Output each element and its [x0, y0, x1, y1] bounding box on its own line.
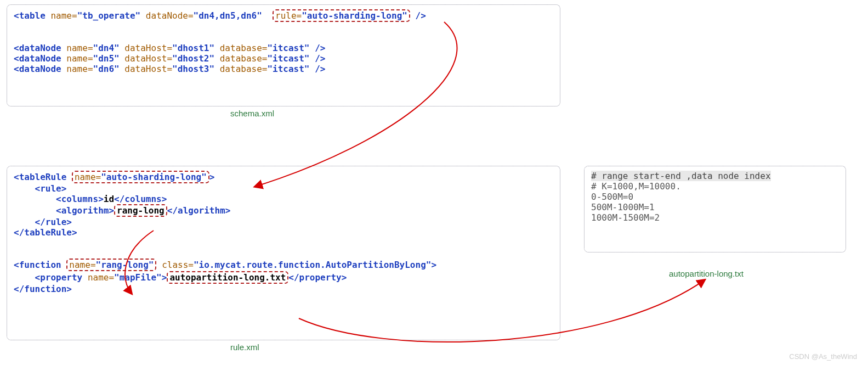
mapfile-highlight: autopartition-long.txt [167, 271, 288, 284]
txt-box: # range start-end ,data node index # K=1… [584, 166, 846, 252]
schema-code: <table name="tb_operate" dataNode="dn4,d… [14, 9, 553, 74]
rule-box: <tableRule name="auto-sharding-long"> <r… [7, 166, 560, 340]
rule-code: <tableRule name="auto-sharding-long"> <r… [14, 171, 553, 294]
schema-label: schema.xml [230, 109, 274, 118]
txt-label: autopartition-long.txt [669, 269, 744, 278]
schema-box: <table name="tb_operate" dataNode="dn4,d… [7, 4, 560, 106]
function-name-highlight: name="rang-long" [66, 259, 156, 271]
rule-attr-highlight: rule="auto-sharding-long" [273, 9, 410, 22]
txt-code: # range start-end ,data node index # K=1… [591, 171, 839, 223]
watermark: CSDN @As_theWind [789, 352, 857, 361]
algorithm-highlight: rang-long [114, 204, 167, 217]
rule-label: rule.xml [230, 342, 259, 352]
tablerule-name-highlight: name="auto-sharding-long" [72, 171, 209, 183]
